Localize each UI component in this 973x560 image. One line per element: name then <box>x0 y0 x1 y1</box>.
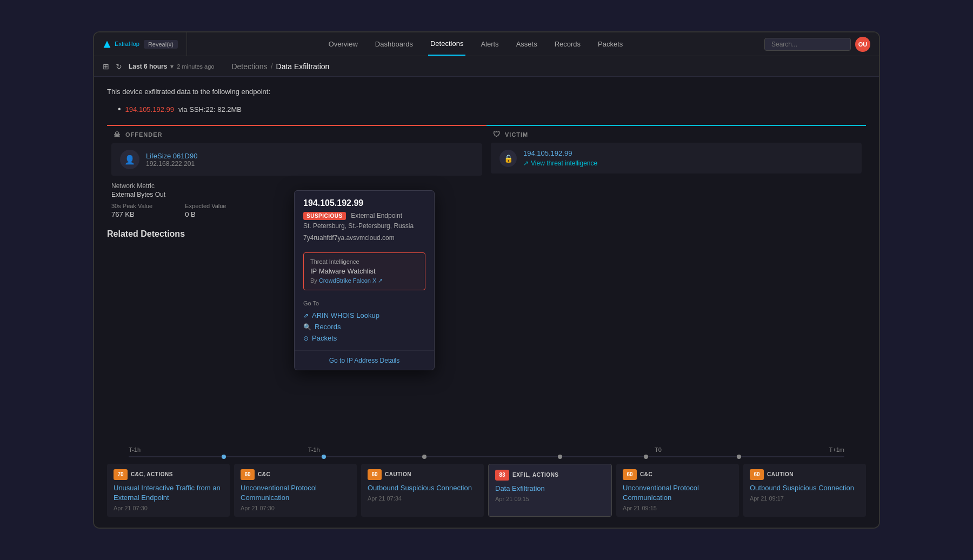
timeline-label-4: T+1m <box>829 446 844 453</box>
det-card-header-4: 60 C&C <box>623 469 732 480</box>
svg-marker-0 <box>104 41 111 48</box>
search-input[interactable] <box>764 38 851 51</box>
det-title-1[interactable]: Unconventional Protocol Communication <box>241 483 350 503</box>
score-badge-1: 60 <box>241 469 255 480</box>
device-ip: 192.168.222.201 <box>146 160 197 168</box>
victim-ip-card: 🔒 194.105.192.99 ↗ View threat intellige… <box>491 143 862 174</box>
timeline-dot-3 <box>558 455 562 459</box>
external-link-icon: ⇗ <box>303 312 309 319</box>
peak-value: 767 KB <box>111 210 152 218</box>
score-badge-0: 70 <box>114 469 128 480</box>
victim-info: 194.105.192.99 ↗ View threat intelligenc… <box>523 149 597 167</box>
det-tag-4: C&C <box>640 471 652 477</box>
layout-icon: ⊞ <box>103 62 109 71</box>
det-date-4: Apr 21 09:15 <box>623 505 732 511</box>
score-badge-5: 60 <box>750 469 764 480</box>
expected-value: 0 B <box>185 210 226 218</box>
nav-alerts[interactable]: Alerts <box>478 32 501 56</box>
det-title-0[interactable]: Unusual Interactive Traffic from an Exte… <box>114 483 223 503</box>
det-date-3: Apr 21 09:15 <box>495 496 605 502</box>
nav-assets[interactable]: Assets <box>514 32 539 56</box>
detection-panels: ☠ OFFENDER 👤 LifeSize 061D90 192.168.222… <box>107 125 866 218</box>
refresh-icon[interactable]: ↻ <box>116 62 122 71</box>
timeline-dot-5 <box>737 455 741 459</box>
detection-card-2[interactable]: 60 CAUTION Outbound Suspicious Connectio… <box>361 464 484 517</box>
goto-packets[interactable]: ⊙ Packets <box>303 332 425 344</box>
det-tag-3: EXFIL, ACTIONS <box>512 472 559 478</box>
goto-label: Go To <box>303 300 425 306</box>
det-date-2: Apr 21 07:34 <box>368 495 477 502</box>
breadcrumb: Detections / Data Exfiltration <box>231 62 870 71</box>
timeline-label-3: T0 <box>655 446 662 453</box>
exfil-item: • 194.105.192.99 via SSH:22: 82.2MB <box>118 104 866 114</box>
goto-records-link[interactable]: Records <box>315 323 341 331</box>
det-title-4[interactable]: Unconventional Protocol Communication <box>623 483 732 503</box>
nav-overview[interactable]: Overview <box>326 32 360 56</box>
view-threat-intel[interactable]: View threat intelligence <box>531 159 597 167</box>
product-badge: Reveal(x) <box>144 40 178 49</box>
timeline-line <box>129 456 844 457</box>
det-tag-1: C&C <box>258 471 270 477</box>
detection-card-1[interactable]: 60 C&C Unconventional Protocol Communica… <box>234 464 357 517</box>
ip-tooltip-overlay: 194.105.192.99 SUSPICIOUS External Endpo… <box>294 190 435 370</box>
det-title-2[interactable]: Outbound Suspicious Connection <box>368 483 477 493</box>
exfil-ip[interactable]: 194.105.192.99 <box>125 105 174 114</box>
breadcrumb-separator: / <box>271 62 273 71</box>
offender-header: ☠ OFFENDER <box>107 126 486 143</box>
goto-ip-details[interactable]: Go to IP Address Details <box>329 357 400 364</box>
peak-col: 30s Peak Value 767 KB <box>111 203 152 218</box>
threat-by: By CrowdStrike Falcon X ↗ <box>310 277 418 284</box>
nav-links: Overview Dashboards Detections Alerts As… <box>187 32 764 56</box>
goto-arin-link[interactable]: ARIN WHOIS Lookup <box>312 311 379 319</box>
tooltip-ip: 194.105.192.99 <box>303 198 425 208</box>
topbar: ExtraHop Reveal(x) Overview Dashboards D… <box>94 32 879 56</box>
main-content: This device exfiltrated data to the foll… <box>94 77 879 528</box>
goto-section: Go To ⇗ ARIN WHOIS Lookup 🔍 Records ⊙ Pa… <box>295 295 434 350</box>
timeline-dot-1 <box>322 455 326 459</box>
score-badge-3: 83 <box>495 470 509 481</box>
time-dropdown-arrow[interactable]: ▾ <box>170 63 174 70</box>
detection-card-4[interactable]: 60 C&C Unconventional Protocol Communica… <box>616 464 739 517</box>
device-icon: 👤 <box>120 150 139 169</box>
expected-label: Expected Value <box>185 203 226 209</box>
packets-icon: ⊙ <box>303 335 309 342</box>
det-date-5: Apr 21 09:17 <box>750 495 859 502</box>
goto-packets-link[interactable]: Packets <box>312 334 337 342</box>
timeline-container: T-1h T-1h T0 T+1m <box>107 446 866 457</box>
threat-intel-box: Threat Intelligence IP Malware Watchlist… <box>303 252 425 290</box>
goto-arin[interactable]: ⇗ ARIN WHOIS Lookup <box>303 310 425 321</box>
exfil-via: via SSH:22: 82.2MB <box>178 105 242 114</box>
nav-records[interactable]: Records <box>552 32 583 56</box>
det-title-5[interactable]: Outbound Suspicious Connection <box>750 483 859 493</box>
expected-col: Expected Value 0 B <box>185 203 226 218</box>
det-card-header-1: 60 C&C <box>241 469 350 480</box>
victim-ip[interactable]: 194.105.192.99 <box>523 149 597 157</box>
nav-dashboards[interactable]: Dashboards <box>373 32 415 56</box>
threat-intel-icon: ↗ <box>523 159 529 167</box>
breadcrumb-parent[interactable]: Detections <box>231 62 267 71</box>
detection-card-5[interactable]: 60 CAUTION Outbound Suspicious Connectio… <box>743 464 866 517</box>
timeline-label-1: T-1h <box>308 446 320 453</box>
nav-detections[interactable]: Detections <box>428 32 465 56</box>
victim-header: 🛡 VICTIM <box>486 126 866 143</box>
det-date-0: Apr 21 07:30 <box>114 505 223 511</box>
detection-card-0[interactable]: 70 C&C, ACTIONS Unusual Interactive Traf… <box>107 464 230 517</box>
det-title-3[interactable]: Data Exfiltration <box>495 484 605 494</box>
shield-icon: 🛡 <box>493 130 501 138</box>
det-date-1: Apr 21 07:30 <box>241 505 350 511</box>
det-card-header-5: 60 CAUTION <box>750 469 859 480</box>
detection-card-3[interactable]: 83 EXFIL, ACTIONS Data Exfiltration Apr … <box>488 464 612 517</box>
goto-records[interactable]: 🔍 Records <box>303 321 425 332</box>
breadcrumb-current: Data Exfiltration <box>276 62 330 71</box>
metric-label-header: Network Metric <box>111 182 482 190</box>
det-card-header-2: 60 CAUTION <box>368 469 477 480</box>
nav-packets[interactable]: Packets <box>596 32 625 56</box>
bullet: • <box>118 104 121 114</box>
timeline-label-0: T-1h <box>129 446 141 453</box>
device-name[interactable]: LifeSize 061D90 <box>146 152 197 160</box>
score-badge-2: 60 <box>368 469 382 480</box>
score-badge-4: 60 <box>623 469 637 480</box>
avatar: OU <box>855 37 870 52</box>
threat-source-link[interactable]: CrowdStrike Falcon X ↗ <box>319 277 383 284</box>
search-area: OU <box>764 37 879 52</box>
